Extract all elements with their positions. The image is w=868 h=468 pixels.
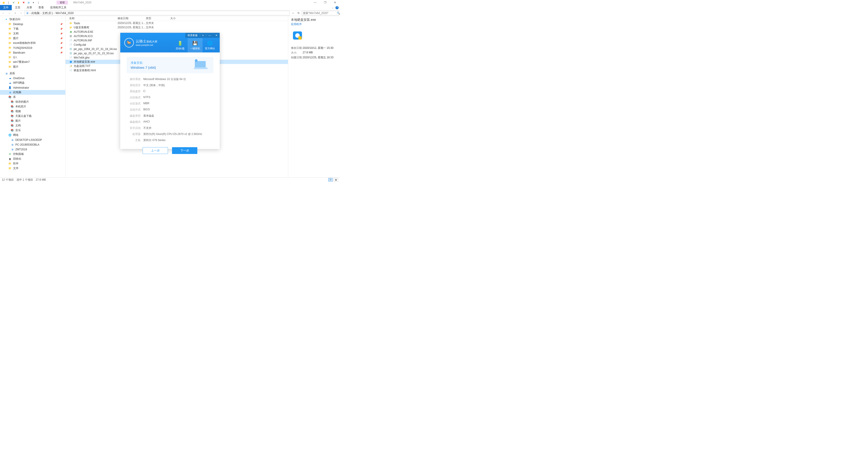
nav-software[interactable]: 📁 软件	[0, 161, 65, 166]
column-date[interactable]: 修改日期	[118, 17, 146, 20]
breadcrumb-pc[interactable]: 此电脑	[31, 11, 40, 15]
ribbon-tab-apptools[interactable]: 应用程序工具	[47, 5, 70, 10]
refresh-button[interactable]: ↻	[296, 11, 301, 15]
folder-new-icon[interactable]: ▮	[16, 0, 21, 4]
info-value: 基本磁盘	[143, 114, 154, 118]
nav-desktop-item[interactable]: 👤Administrator	[0, 85, 65, 90]
tree-label: WPS网盘	[13, 81, 25, 85]
contextual-tab-manage[interactable]: 管理	[57, 1, 68, 4]
next-button[interactable]: 下一步	[172, 147, 197, 154]
folder-icon[interactable]: ▣	[1, 0, 6, 4]
help-icon[interactable]: ?	[336, 6, 339, 9]
nav-quick-item[interactable]: 📁win7重装win7	[0, 60, 65, 64]
breadcrumb-pc-icon[interactable]: 🖥	[26, 11, 29, 15]
chevron-right-icon[interactable]: ›	[53, 11, 55, 15]
nav-network-item[interactable]: 🖥DESKTOP-LSSOEDP	[0, 137, 65, 142]
prepare-install-box: 准备安装: Windows 7 (x64)	[127, 57, 213, 73]
info-label: 系统盘符	[127, 90, 141, 93]
nav-quick-item[interactable]: 📁图片📌	[0, 36, 65, 41]
nav-quick-item[interactable]: 📁下载📌	[0, 27, 65, 31]
nav-desktop-item[interactable]: ☁OneDrive	[0, 76, 65, 81]
nav-quick-item[interactable]: 📁Desktop📌	[0, 22, 65, 27]
nav-network[interactable]: 🌐 网络	[0, 133, 65, 137]
nav-recycle[interactable]: 🗑 回收站	[0, 156, 65, 161]
nav-quick-item[interactable]: 📁YUNQISHI2019📌	[0, 45, 65, 50]
delete-icon[interactable]: ✖	[21, 0, 26, 4]
nav-official-site[interactable]: 🌐 官方网址	[203, 38, 217, 53]
breadcrumb-folder[interactable]: Win7x64_2020	[55, 11, 74, 15]
search-icon[interactable]: 🔍	[337, 11, 340, 15]
breadcrumb-drive[interactable]: 文档 (E:)	[42, 11, 53, 15]
check-icon[interactable]: ✔	[11, 0, 16, 4]
menu-icon[interactable]: ≡	[200, 34, 206, 37]
back-button[interactable]: ←	[1, 11, 6, 15]
file-row[interactable]: 📁U盘安装教程 2020/12/25, 星期五 1... 文件夹	[66, 25, 288, 30]
ribbon-tab-view[interactable]: 查看	[35, 5, 47, 10]
tree-label: 图片	[16, 119, 21, 123]
nav-label: 启动U盘	[176, 47, 185, 50]
nav-quick-item[interactable]: 📁excel表格制作求和📌	[0, 41, 65, 45]
status-count: 12 个项目	[2, 178, 14, 182]
nav-files[interactable]: 📁 文件	[0, 166, 65, 171]
item-icon: 👤	[8, 86, 12, 90]
search-box[interactable]: 🔍	[302, 11, 339, 15]
close-button[interactable]: ✕	[330, 0, 340, 5]
chevron-right-icon[interactable]: ›	[29, 11, 31, 15]
prop-value: 27.6 MB	[303, 51, 313, 55]
maximize-button[interactable]: ❐	[320, 0, 330, 5]
nav-lib-item[interactable]: 📚视频	[0, 109, 65, 114]
properties-icon[interactable]: ◑	[26, 0, 31, 4]
nav-network-item[interactable]: 🖥ZMT2019	[0, 147, 65, 152]
ribbon-tab-file[interactable]: 文件	[0, 5, 12, 10]
minimize-button[interactable]: —	[310, 0, 320, 5]
ribbon-bar: 文件 主页 共享 查看 应用程序工具 ⌄ ?	[0, 5, 340, 10]
tree-label: PC-20190530OBLA	[16, 143, 39, 146]
search-input[interactable]	[303, 11, 337, 15]
nav-lib-item[interactable]: 📚文档	[0, 123, 65, 128]
nav-lib-item[interactable]: 📚天翼云盘下载	[0, 114, 65, 119]
nav-desktop[interactable]: 🖥 桌面	[0, 71, 65, 76]
up-button[interactable]: ↑	[19, 11, 24, 15]
column-size[interactable]: 大小	[170, 17, 188, 20]
forward-button[interactable]: →	[7, 11, 12, 15]
nav-desktop-item[interactable]: 🖥此电脑	[0, 90, 65, 95]
column-name[interactable]: 名称	[66, 17, 118, 20]
view-details-button[interactable]: ☰	[328, 178, 333, 182]
info-value: MBR	[143, 102, 149, 105]
recent-dropdown[interactable]: ▾	[13, 11, 18, 15]
address-dropdown[interactable]: ▾	[290, 11, 296, 15]
nav-lib-item[interactable]: 📚音乐	[0, 128, 65, 133]
nav-control-panel[interactable]: ⚙ 控制面板	[0, 152, 65, 156]
view-icons-button[interactable]: ▦	[334, 178, 338, 182]
dialog-close-button[interactable]: ✕	[213, 34, 220, 37]
dropdown-icon[interactable]: ▾	[31, 0, 36, 4]
nav-lib-item[interactable]: 📚本机照片	[0, 104, 65, 109]
tree-label: win7重装win7	[13, 60, 30, 64]
nav-network-item[interactable]: 🖥PC-20190530OBLA	[0, 142, 65, 147]
column-type[interactable]: 类型	[146, 17, 170, 20]
prev-button[interactable]: 上一步	[143, 147, 168, 154]
file-name: 硬盘安装教程.html	[74, 68, 96, 72]
nav-quick-item[interactable]: 📁Bandicam📌	[0, 50, 65, 55]
ribbon-tab-home[interactable]: 主页	[12, 5, 24, 10]
breadcrumb[interactable]: 🖥 › 此电脑 › 文档 (E:) › Win7x64_2020	[24, 11, 289, 15]
nav-one-click-install[interactable]: 💾 一键装机	[188, 38, 203, 53]
item-icon: ☁	[8, 76, 12, 80]
dialog-minimize-button[interactable]: —	[206, 34, 213, 37]
nav-boot-usb[interactable]: 🔋 启动U盘	[173, 38, 188, 53]
nav-quick-item[interactable]: 📁G:\	[0, 55, 65, 60]
nav-quick-item[interactable]: 📁文档📌	[0, 31, 65, 36]
status-bar: 12 个项目 选中 1 个项目 27.6 MB ☰ ▦	[0, 178, 340, 182]
ribbon-tab-share[interactable]: 共享	[24, 5, 35, 10]
file-row[interactable]: 📁Tools 2020/12/25, 星期五 1... 文件夹	[66, 21, 288, 25]
ribbon-expand-icon[interactable]: ⌄	[332, 6, 334, 9]
nav-desktop-item[interactable]: 📚库	[0, 95, 65, 99]
contact-support-button[interactable]: 联系客服	[185, 34, 200, 37]
nav-lib-item[interactable]: 📚图片	[0, 119, 65, 123]
nav-lib-item[interactable]: 📚保存的图片	[0, 99, 65, 104]
nav-quick-access[interactable]: ★ 快速访问	[0, 17, 65, 22]
nav-desktop-item[interactable]: ☁WPS网盘	[0, 81, 65, 85]
chevron-right-icon[interactable]: ›	[40, 11, 42, 15]
pin-icon: 📌	[60, 37, 63, 39]
nav-quick-item[interactable]: 📁图片	[0, 64, 65, 69]
